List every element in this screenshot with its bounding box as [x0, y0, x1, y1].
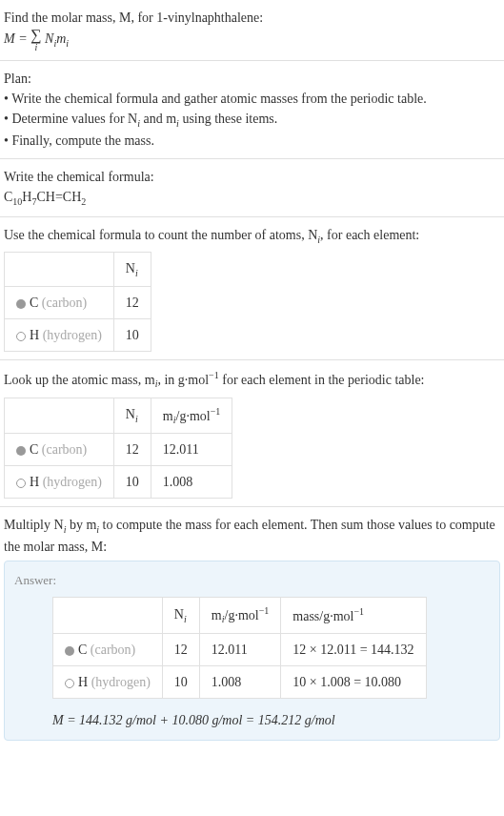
marker-empty-icon: [16, 479, 26, 488]
answer-box: Answer: Ni mi/g·mol−1 mass/g·mol−1 C (ca…: [4, 561, 500, 741]
chemformula-section: Write the chemical formula: C10H7CH=CH2: [0, 159, 504, 217]
col-element: [5, 398, 114, 433]
col-element: [5, 253, 114, 287]
intro-section: Find the molar mass, M, for 1-vinylnapht…: [0, 0, 504, 61]
col-mi: mi/g·mol−1: [151, 398, 232, 433]
marker-filled-icon: [16, 446, 26, 456]
answer-table: Ni mi/g·mol−1 mass/g·mol−1 C (carbon) 12…: [52, 597, 427, 698]
mass-cell: 12 × 12.011 = 144.132: [281, 633, 426, 665]
table-row: H (hydrogen) 10: [5, 319, 151, 352]
element-cell: C (carbon): [53, 633, 163, 665]
ni-cell: 10: [162, 665, 199, 698]
element-cell: H (hydrogen): [5, 319, 114, 352]
table-header-row: Ni mi/g·mol−1: [5, 398, 232, 433]
ni-cell: 10: [113, 319, 151, 352]
col-ni: Ni: [113, 398, 151, 433]
atomcount-table: Ni C (carbon) 12 H (hydrogen) 10: [4, 252, 151, 352]
table-header-row: Ni mi/g·mol−1 mass/g·mol−1: [53, 598, 427, 633]
mi-cell: 12.011: [199, 633, 280, 665]
plan-item: • Finally, compute the mass.: [4, 131, 500, 151]
plan-item: • Write the chemical formula and gather …: [4, 89, 500, 109]
col-mass: mass/g·mol−1: [281, 598, 426, 633]
ni-cell: 12: [113, 434, 151, 466]
atomicmass-table: Ni mi/g·mol−1 C (carbon) 12 12.011 H (hy…: [4, 398, 232, 499]
chemformula-value: C10H7CH=CH2: [4, 187, 500, 209]
atomicmass-section: Look up the atomic mass, mi, in g·mol−1 …: [0, 360, 504, 507]
table-row: C (carbon) 12 12.011 12 × 12.011 = 144.1…: [53, 633, 427, 665]
table-row: C (carbon) 12 12.011: [5, 434, 232, 466]
atomcount-header: Use the chemical formula to count the nu…: [4, 225, 500, 247]
intro-formula: M = ∑i Nimi: [4, 28, 500, 52]
col-element: [53, 598, 163, 633]
intro-line: Find the molar mass, M, for 1-vinylnapht…: [4, 8, 500, 28]
final-result: M = 144.132 g/mol + 10.080 g/mol = 154.2…: [52, 710, 490, 730]
chemformula-header: Write the chemical formula:: [4, 167, 500, 187]
mi-cell: 1.008: [151, 466, 232, 499]
table-header-row: Ni: [5, 253, 151, 287]
plan-section: Plan: • Write the chemical formula and g…: [0, 61, 504, 159]
ni-cell: 12: [162, 633, 199, 665]
plan-item: • Determine values for Ni and mi using t…: [4, 109, 500, 131]
mass-cell: 10 × 1.008 = 10.080: [281, 665, 426, 698]
table-row: H (hydrogen) 10 1.008: [5, 466, 232, 499]
mi-cell: 1.008: [199, 665, 280, 698]
atomicmass-header: Look up the atomic mass, mi, in g·mol−1 …: [4, 368, 500, 391]
atomcount-section: Use the chemical formula to count the nu…: [0, 217, 504, 361]
mi-cell: 12.011: [151, 434, 232, 466]
table-row: C (carbon) 12: [5, 287, 151, 319]
marker-filled-icon: [65, 646, 74, 656]
element-cell: C (carbon): [5, 287, 114, 319]
multiply-header: Multiply Ni by mi to compute the mass fo…: [4, 515, 500, 557]
answer-label: Answer:: [14, 571, 490, 590]
element-cell: C (carbon): [5, 434, 114, 466]
ni-cell: 12: [113, 287, 151, 319]
element-cell: H (hydrogen): [53, 665, 163, 698]
plan-header: Plan:: [4, 69, 500, 89]
multiply-section: Multiply Ni by mi to compute the mass fo…: [0, 507, 504, 748]
col-ni: Ni: [162, 598, 199, 633]
col-ni: Ni: [113, 253, 151, 287]
marker-empty-icon: [16, 332, 26, 341]
ni-cell: 10: [113, 466, 151, 499]
col-mi: mi/g·mol−1: [199, 598, 280, 633]
table-row: H (hydrogen) 10 1.008 10 × 1.008 = 10.08…: [53, 665, 427, 698]
element-cell: H (hydrogen): [5, 466, 114, 499]
marker-empty-icon: [65, 679, 74, 688]
marker-filled-icon: [16, 299, 26, 309]
